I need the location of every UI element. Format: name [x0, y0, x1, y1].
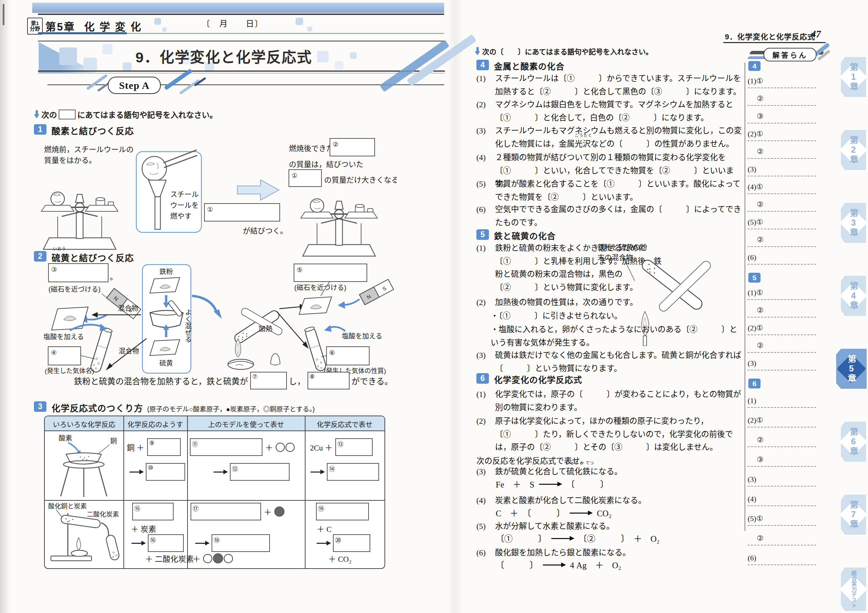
blank-box-17[interactable]: ⑰ — [191, 503, 261, 520]
band-deco-sq — [162, 27, 167, 32]
answer-row[interactable]: (5)① — [748, 507, 816, 526]
chapter-number: 第5章 — [45, 21, 75, 33]
mixture-label-2: 混合物 — [119, 348, 139, 355]
chapter-tab-第4章[interactable]: 第4章 — [841, 276, 866, 316]
carbon-atom-icon — [274, 506, 284, 517]
answer-row-label: (3) — [748, 165, 756, 174]
illustration-label-2: 末の混合物 — [597, 253, 633, 261]
answer-row[interactable]: (4) — [748, 488, 816, 506]
blank-box-10[interactable]: ⑩ — [146, 463, 185, 481]
top-band-underline — [38, 14, 444, 15]
lesson-title: 9．化学変化と化学反応式 — [87, 45, 361, 67]
chapter-rule-light — [127, 33, 444, 34]
chapter-tab-第3章[interactable]: 第3章 — [841, 203, 866, 243]
blank-box-9[interactable]: ⑨ — [147, 438, 181, 456]
answer-row[interactable]: ② — [748, 337, 816, 353]
banner-deco-sq — [59, 48, 77, 65]
tab-label: 第1章 — [847, 63, 860, 91]
table-header-2: 化学反応のようす — [123, 419, 187, 429]
answer-row[interactable]: (6) — [748, 248, 816, 265]
chapter-tab-総合実力テスト[interactable]: 総合実力テスト — [841, 568, 866, 611]
answer-row-label: ② — [757, 147, 764, 156]
answer-row[interactable]: (1)① — [748, 72, 816, 88]
blank-box-7[interactable]: ⑦ — [250, 372, 287, 390]
chapter-tab-第2章[interactable]: 第2章 — [841, 130, 866, 170]
answer-row[interactable]: ② — [748, 143, 816, 159]
answer-row[interactable]: ② — [748, 196, 816, 212]
blank-box-18[interactable]: ⑱ — [212, 534, 270, 552]
answer-row[interactable]: (2)① — [748, 319, 816, 335]
band-deco-sq — [154, 18, 161, 25]
blank-box-12[interactable]: ⑫ — [230, 463, 290, 481]
answer-row[interactable]: (3) — [748, 160, 816, 176]
q6-3: (3)鉄が硫黄と化合して硫化鉄になる。 — [476, 465, 745, 478]
answer-row[interactable]: ② — [748, 90, 816, 106]
blank-box-5[interactable] — [294, 264, 367, 282]
r2c4-plus-c: ＋ C — [317, 523, 332, 534]
table-header-4: 化学反応式で表せ — [305, 419, 384, 429]
answer-row-label: ② — [757, 236, 764, 244]
band-deco-sq — [307, 26, 312, 31]
mixture-label-1: 混合物 — [118, 305, 138, 312]
section4-badge: 4 — [476, 60, 489, 70]
answer-row[interactable]: ② — [748, 231, 816, 247]
blank-box-3[interactable] — [48, 264, 108, 282]
section1-title: 酸素と結びつく反応 — [51, 124, 134, 137]
instruction-suffix: にあてはまる語句や記号を入れなさい。 — [77, 109, 217, 120]
answer-row[interactable]: ② — [748, 429, 816, 447]
blank-box-11[interactable]: ⑪ — [190, 438, 262, 456]
mix-well-label: よく混ぜる — [184, 309, 192, 343]
chapter-tab-第7章[interactable]: 第7章 — [841, 495, 866, 535]
answer-row[interactable]: ③ — [748, 107, 816, 124]
table-header-3: 上のモデルを使って表せ — [187, 419, 305, 429]
answer-row[interactable]: (1) — [748, 390, 816, 408]
q6-1: (1)化学変化では，原子の〔 〕が変わることにより，もとの物質が別の物質に変わり… — [476, 388, 745, 414]
equation-arrow-icon — [551, 538, 574, 539]
burn-label-3: 燃やす — [170, 212, 192, 220]
magnet-icon-2: NS — [360, 279, 394, 305]
step-stripe — [179, 79, 200, 95]
equation-5[interactable]: 〔① 〕〔② 〕 ＋ O₂ — [496, 532, 659, 544]
chapter-tab-第5章[interactable]: 第5章 — [836, 349, 866, 389]
blank-box-16[interactable]: ⑯ — [148, 534, 184, 552]
blank-box-1[interactable] — [205, 203, 280, 221]
answer-row[interactable]: (3) — [748, 468, 816, 486]
answer-row[interactable]: ② — [748, 301, 816, 318]
oxygen-atom-icon — [224, 554, 233, 563]
scan-edge-left — [0, 0, 10, 613]
answer-row-label: (5)① — [748, 514, 763, 523]
tab-label: 第2章 — [847, 136, 860, 164]
date-field[interactable]: 〔 月 日〕 — [202, 17, 264, 29]
chapter-tab-第6章[interactable]: 第6章 — [841, 422, 866, 462]
balance-before-illustration — [41, 192, 118, 249]
equation-3[interactable]: Fe ＋ S〔 〕 — [496, 478, 609, 490]
answer-row[interactable]: (2)① — [748, 125, 816, 141]
blank-box-8[interactable]: ⑧ — [307, 372, 350, 390]
section5-title: 鉄と硫黄の化合 — [494, 229, 556, 242]
chapter-tab-第1章[interactable]: 第1章 — [841, 57, 866, 97]
right-instruction-text: 次の〔 〕にあてはまる語句や記号を入れなさい。 — [482, 46, 653, 56]
sulfur-label: 硫黄 — [160, 360, 173, 367]
sentence-part-3: ができる。 — [352, 375, 393, 387]
answer-row[interactable]: (4)① — [748, 178, 816, 194]
blank-box-14[interactable]: ⑭ — [327, 463, 379, 481]
answer-row[interactable]: (3) — [748, 354, 816, 371]
answer-row[interactable]: (6) — [748, 547, 816, 565]
answer-row[interactable]: (5)① — [748, 213, 816, 229]
blank-box-15[interactable]: ⑮ — [132, 503, 174, 520]
q4-5: (5)物質が酸素と化合することを〔① 〕といいます。酸化によってできた物質を〔②… — [476, 177, 745, 203]
answer-row[interactable]: ③ — [748, 448, 816, 467]
blank-box-19[interactable]: ⑲ — [316, 503, 369, 520]
answer-row[interactable]: (1)① — [748, 284, 816, 300]
blank-box-13[interactable]: ⑬ — [335, 438, 373, 456]
equation-4[interactable]: C ＋ 〔 〕CO₂ — [496, 506, 612, 519]
blank-box-20[interactable]: ⑳ — [333, 534, 370, 552]
right-header-underline — [723, 42, 826, 43]
reaction-arrow — [317, 543, 330, 544]
table-header-1: いろいろな化学反応 — [45, 419, 123, 429]
equation-6[interactable]: 〔 〕4 Ag ＋ O₂ — [496, 559, 621, 571]
answer-row[interactable]: ② — [748, 527, 816, 545]
answer-row[interactable]: (2)① — [748, 409, 816, 427]
q4-3: (3)スチールウールもマグネシウムも燃えると別の物質に変化し，この変化した物質に… — [476, 124, 745, 150]
q6-6: (6)酸化銀を加熱したら銀と酸素になる。 — [476, 546, 745, 559]
